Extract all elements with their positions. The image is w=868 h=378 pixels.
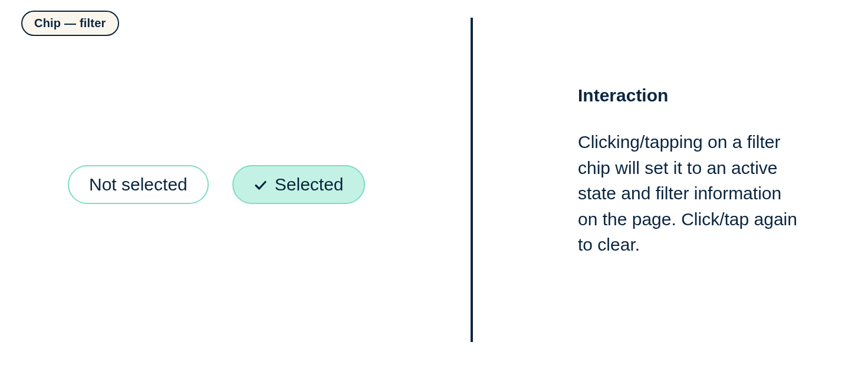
- info-body: Clicking/tapping on a filter chip will s…: [578, 129, 802, 258]
- vertical-divider: [471, 18, 473, 342]
- chip-demo-area: Not selected Selected: [68, 165, 365, 204]
- filter-chip-unselected[interactable]: Not selected: [68, 165, 209, 204]
- chip-label: Not selected: [89, 176, 188, 193]
- component-tag: Chip — filter: [21, 11, 119, 36]
- chip-label: Selected: [275, 176, 344, 193]
- check-icon: [254, 178, 268, 192]
- info-section: Interaction Clicking/tapping on a filter…: [578, 86, 802, 258]
- filter-chip-selected[interactable]: Selected: [232, 165, 365, 204]
- info-heading: Interaction: [578, 86, 802, 106]
